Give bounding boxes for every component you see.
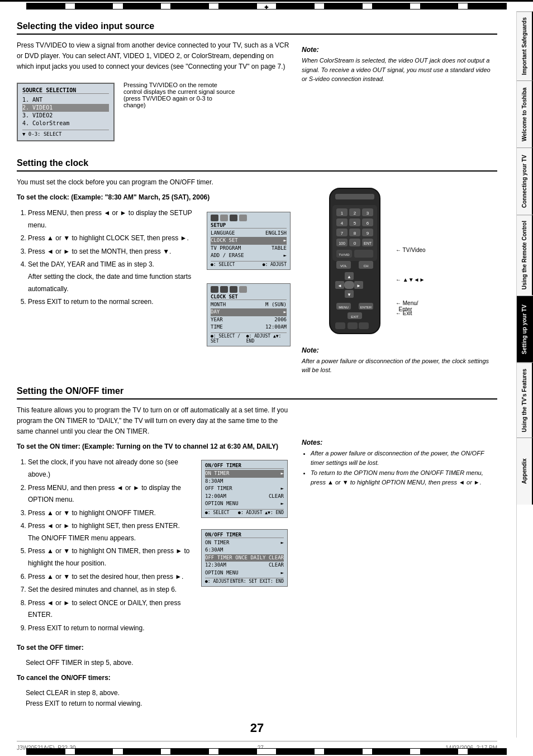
off-timer-text: Select OFF TIMER in step 5, above. — [17, 658, 291, 668]
icon4 — [239, 215, 247, 221]
callout-exit: ← Exit — [396, 310, 412, 316]
timer1-option: OPTION MENU► — [205, 500, 284, 508]
section2-intro: You must set the clock before you can pr… — [17, 177, 291, 188]
icon3b — [230, 286, 237, 293]
clockset-title: CLOCK SET — [211, 294, 287, 300]
timer2-off-time: 12:30AMCLEAR — [205, 562, 284, 569]
svg-text:MENU: MENU — [339, 306, 349, 309]
note-video-input: Note: When ColorStream is selected, the … — [302, 46, 497, 84]
off-timer-section: To set the OFF timer: Select OFF TIMER i… — [17, 643, 291, 668]
timer-step-9: Press EXIT to return to normal viewing. — [28, 622, 192, 635]
sidebar-label-remote: Using the Remote Control — [521, 221, 527, 289]
section2-columns: You must set the clock before you can pr… — [17, 177, 497, 375]
screen-footer-source: ▼ 0-3: SELECT — [22, 130, 109, 137]
section2-steps: Press MENU, then press ◄ or ► to display… — [17, 207, 196, 308]
section-timer: Setting the ON/OFF timer This feature al… — [17, 386, 497, 710]
timer1-on-time: 8:30AM — [205, 478, 284, 486]
setup-screen-footer: ●: SELECT●: ADJUST — [211, 261, 287, 267]
notes-timer: Notes: After a power failure or disconne… — [302, 439, 497, 488]
sidebar-tab-safeguards[interactable]: Important Safeguards — [517, 11, 533, 80]
svg-text:ENT: ENT — [364, 241, 372, 245]
svg-rect-42 — [344, 281, 354, 289]
section-title-video-input: Selecting the video input source — [17, 21, 497, 35]
icon1 — [211, 215, 218, 221]
timer-step-1: Set the clock, if you have not already d… — [28, 457, 192, 481]
notes-timer-title: Notes: — [302, 439, 497, 446]
svg-text:0: 0 — [354, 241, 356, 246]
svg-text:1: 1 — [341, 211, 344, 216]
timer-note-2: To return to the OPTION menu from the ON… — [311, 468, 497, 488]
screen-row-video1: 2. VIDEO1 — [22, 104, 109, 112]
timer-screens: ON/OFF TIMER ON TIMER► 8:30AM OFF TIMER►… — [201, 457, 291, 590]
timer1-on: ON TIMER► — [205, 470, 284, 478]
step-clock-5: Press EXIT to return to the normal scree… — [28, 296, 196, 308]
month-row: MONTHM (SUN) — [211, 301, 287, 309]
note-clock: Note: After a power failure or disconnec… — [302, 346, 497, 375]
callout-tv-video: ← TV/Video — [396, 247, 426, 253]
sidebar-tab-remote[interactable]: Using the Remote Control — [517, 215, 533, 295]
screen-row-video2: 3. VIDEO2 — [22, 112, 109, 120]
sidebar-tab-welcome[interactable]: Welcome to Toshiba — [517, 80, 533, 148]
compass-icon: ✦ — [263, 3, 270, 12]
note-clock-title: Note: — [302, 346, 497, 354]
svg-rect-51 — [359, 322, 369, 329]
add-erase-row: ADD / ERASE► — [211, 252, 287, 260]
step-clock-2: Press ▲ or ▼ to highlight CLOCK SET, the… — [28, 232, 196, 245]
year-row: YEAR2006 — [211, 316, 287, 324]
day-row: DAY► — [211, 308, 287, 316]
timer1-title: ON/OFF TIMER — [205, 463, 284, 469]
sidebar-tab-features[interactable]: Using the TV's Features — [517, 363, 533, 438]
icon2 — [220, 215, 228, 221]
svg-text:EXIT: EXIT — [351, 315, 359, 318]
timer-step-5: Press ▲ or ▼ to highlight ON TIMER, then… — [28, 545, 192, 569]
section1-right: Note: When ColorStream is selected, the … — [302, 40, 497, 147]
sidebar-tab-appendix[interactable]: Appendix — [517, 438, 533, 505]
section2-steps-wrapper: Press MENU, then press ◄ or ► to display… — [17, 207, 196, 310]
note-video-text: When ColorStream is selected, the video … — [302, 56, 497, 84]
timer-screen2: ON/OFF TIMER ON TIMER► 6:30AM OFF TIMERO… — [201, 529, 288, 587]
section2-right: 1 2 3 4 5 6 7 8 9 10 — [302, 177, 497, 375]
section-clock: Setting the clock You must set the clock… — [17, 158, 497, 375]
callout-arrows: ← ▲▼◄► — [396, 277, 425, 283]
page-number: 27 — [250, 721, 264, 735]
timer2-on: ON TIMER► — [205, 539, 284, 547]
section3-columns: This feature allows you to program the T… — [17, 405, 497, 710]
svg-text:▼: ▼ — [347, 292, 351, 297]
timer-step-7: Set the desired minutes and channel, as … — [28, 584, 192, 596]
callout-labels: ← TV/Video ← Menu/ Enter ← ▲▼◄► ← Exit — [394, 183, 450, 339]
step-clock-4: Set the DAY, YEAR and TIME as in step 3.… — [28, 259, 196, 295]
icon3 — [230, 215, 237, 221]
sidebar-label-setting-up: Setting up your TV — [521, 305, 527, 354]
cancel-label: To cancel the ON/OFF timers: — [17, 673, 291, 683]
screen-caption: Pressing TV/VIDEO on the remote control … — [123, 82, 235, 108]
cancel-step1: Select CLEAR in step 8, above. — [17, 688, 291, 698]
timer-step-6: Press ▲ or ▼ to set the desired hour, th… — [28, 571, 192, 583]
right-sidebar: Important Safeguards Welcome to Toshiba … — [516, 11, 533, 738]
bottom-bar-pattern — [26, 748, 507, 755]
svg-text:TV/VID: TV/VID — [339, 253, 350, 256]
sidebar-tab-connecting[interactable]: Connecting your TV — [517, 148, 533, 215]
timer1-off-time: 12:00AMCLEAR — [205, 493, 284, 501]
screen-row-colorstream: 4. ColorStream — [22, 120, 109, 127]
remote-with-labels: 1 2 3 4 5 6 7 8 9 10 — [302, 183, 497, 341]
sidebar-tab-setting-up[interactable]: Setting up your TV — [517, 296, 533, 363]
timer-note-1: After a power failure or disconnection o… — [311, 449, 497, 468]
remote-svg: 1 2 3 4 5 6 7 8 9 10 — [318, 183, 391, 339]
setup-screen-title: SETUP — [211, 222, 287, 229]
timer-step-3: Press ▲ or ▼ to highlight ON/OFF TIMER. — [28, 507, 192, 520]
section-title-clock: Setting the clock — [17, 158, 497, 172]
clock-set-screen: CLOCK SET MONTHM (SUN) DAY► YEAR2006 TIM… — [207, 283, 291, 346]
cancel-step2: Press EXIT to return to normal viewing. — [17, 698, 291, 709]
section3-right: Notes: After a power failure or disconne… — [302, 405, 497, 710]
icon4b — [239, 286, 247, 293]
svg-text:4: 4 — [341, 221, 344, 226]
svg-text:9: 9 — [367, 231, 369, 236]
bottom-decorative-bar — [0, 747, 533, 756]
note-clock-text: After a power failure or disconnection o… — [302, 356, 497, 375]
screen-row-ant: 1. ANT — [22, 96, 109, 104]
sidebar-label-welcome: Welcome to Toshiba — [521, 88, 527, 141]
svg-text:5: 5 — [354, 221, 356, 226]
screen-icons-row1 — [211, 215, 287, 221]
svg-text:▲: ▲ — [347, 274, 351, 279]
section-video-input: Selecting the video input source Press T… — [17, 21, 497, 147]
